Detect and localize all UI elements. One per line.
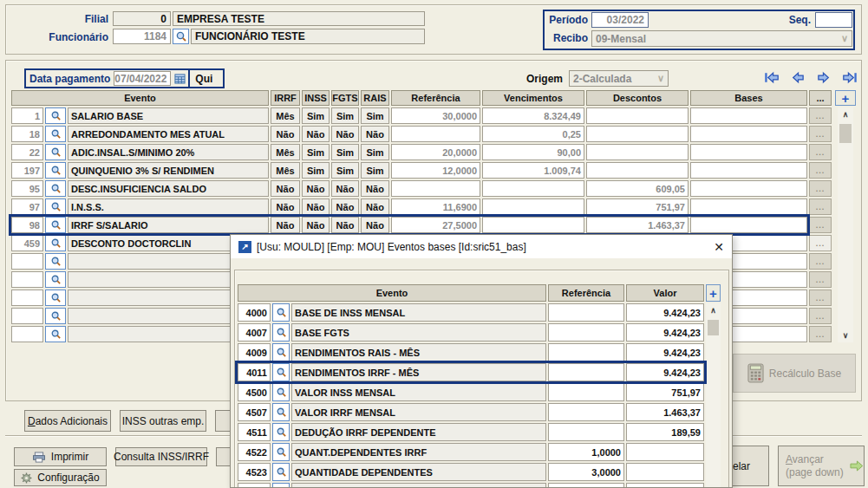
row-options-button[interactable]: ... — [809, 290, 832, 306]
event-lookup-button[interactable] — [272, 383, 290, 401]
calendar-button[interactable] — [171, 73, 188, 84]
row-options-button[interactable]: ... — [809, 107, 832, 124]
consulta-inss-irrf-button[interactable]: Consulta INSS/IRRF — [115, 447, 207, 466]
row-options-button[interactable]: ... — [809, 235, 832, 251]
row-options-button[interactable]: ... — [809, 271, 832, 288]
row-options-button[interactable]: ... — [809, 217, 832, 233]
event-lookup-button[interactable] — [272, 303, 290, 322]
configuracao-button[interactable]: Configuração — [14, 469, 107, 486]
event-lookup-button[interactable] — [272, 363, 290, 381]
funcionario-label: Funcionário — [26, 31, 108, 43]
row-options-button[interactable]: ... — [809, 126, 832, 142]
event-lookup-button[interactable] — [45, 235, 66, 251]
printer-icon — [32, 452, 46, 463]
filial-code-field[interactable]: 0 — [113, 11, 171, 26]
row-options-button[interactable]: ... — [809, 326, 832, 342]
nav-last-button[interactable] — [842, 71, 858, 84]
event-code-cell: 97 — [11, 198, 43, 215]
scroll-up-button[interactable]: ∧ — [838, 107, 853, 121]
event-lookup-button[interactable] — [45, 217, 66, 233]
scrollbar-thumb[interactable] — [708, 320, 719, 335]
event-code-cell: 4009 — [238, 343, 271, 361]
close-icon[interactable]: ✕ — [714, 240, 724, 254]
event-code-cell: 18 — [11, 126, 43, 142]
event-lookup-button[interactable] — [45, 290, 66, 306]
fgts-flag-cell: Não — [331, 180, 359, 197]
scroll-up-button[interactable]: ∧ — [706, 303, 721, 317]
event-lookup-button[interactable] — [45, 144, 66, 160]
event-code-cell — [11, 253, 43, 270]
valor-cell: 1.463,37 — [626, 403, 704, 421]
event-lookup-button[interactable] — [45, 198, 66, 215]
referencia-cell — [548, 403, 624, 421]
dados-adicionais-button[interactable]: Dados Adicionais — [24, 410, 111, 432]
funcionario-code-field[interactable]: 1184 — [113, 29, 171, 44]
event-grid-scrollbar[interactable]: ∧ ∨ — [838, 107, 853, 342]
event-lookup-button[interactable] — [45, 271, 66, 288]
rais-flag-cell: Sim — [361, 162, 389, 179]
magnifier-icon — [50, 128, 62, 140]
referencia-cell: 1,0000 — [548, 443, 624, 461]
nav-next-button[interactable] — [816, 71, 832, 84]
scrollbar-thumb[interactable] — [839, 124, 852, 143]
event-code-cell — [11, 326, 43, 342]
fgts-flag-cell: Sim — [331, 144, 359, 160]
event-lookup-button[interactable] — [272, 343, 290, 361]
row-options-button[interactable]: ... — [809, 253, 832, 270]
dialog-event-row: 4523QUANTIDADE DEPENDENTES3,0000 — [238, 463, 704, 481]
dialog-event-row: 4539HORAS INSALUBRES90,0000 — [238, 483, 704, 488]
scroll-down-button[interactable]: ∨ — [838, 329, 853, 342]
row-options-button[interactable]: ... — [809, 198, 832, 215]
fgts-flag-cell: Sim — [331, 107, 359, 124]
rais-flag-cell: Não — [361, 217, 389, 233]
event-lookup-button[interactable] — [272, 443, 290, 461]
event-lookup-button[interactable] — [272, 423, 290, 441]
avancar-button[interactable]: Avançar (page down) — [778, 446, 865, 486]
vencimentos-cell: 0,25 — [482, 126, 584, 142]
event-lookup-button[interactable] — [45, 126, 66, 142]
origem-select[interactable]: 2-Calculada ∨ — [569, 70, 669, 87]
seq-field[interactable] — [815, 12, 852, 28]
event-name-cell: BASE DE INSS MENSAL — [291, 303, 546, 322]
event-lookup-button[interactable] — [45, 180, 66, 197]
recibo-select[interactable]: 09-Mensal ∨ — [591, 30, 852, 47]
row-options-button[interactable]: ... — [809, 144, 832, 160]
inss-flag-cell: Não — [302, 126, 330, 142]
funcionario-lookup-button[interactable] — [173, 29, 189, 44]
column-header-referencia: Referência — [391, 90, 480, 106]
event-lookup-button[interactable] — [272, 403, 290, 421]
row-options-button[interactable]: ... — [809, 180, 832, 197]
event-row: 98IRRF S/SALARIONãoNãoNãoNão27,50001.463… — [11, 217, 832, 233]
row-options-button[interactable]: ... — [809, 308, 832, 324]
next-record-icon — [816, 71, 832, 84]
event-lookup-button[interactable] — [45, 107, 66, 124]
event-code-cell: 4539 — [238, 483, 271, 488]
event-lookup-button[interactable] — [272, 483, 290, 488]
irrf-flag-cell: Mês — [271, 107, 300, 124]
event-lookup-button[interactable] — [45, 253, 66, 270]
nav-previous-button[interactable] — [790, 71, 806, 84]
dialog-grid-scrollbar[interactable]: ∧ — [706, 303, 721, 488]
chevron-down-icon: ∨ — [657, 74, 664, 83]
fgts-flag-cell: Não — [331, 198, 359, 215]
dialog-titlebar[interactable]: ↗ [Usu: MOULD] [Emp: MOU] Eventos bases … — [231, 235, 732, 258]
payment-date-field[interactable]: 07/04/2022 — [114, 71, 171, 86]
dados-adicionais-label: Dados Adicionais — [28, 415, 108, 427]
recalculo-base-button[interactable]: Recálculo Base — [733, 354, 856, 393]
avancar-label: Avançar — [786, 453, 844, 466]
periodo-field[interactable]: 03/2022 — [591, 12, 649, 28]
imprimir-button[interactable]: Imprimir — [14, 447, 107, 466]
bases-cell — [690, 198, 807, 215]
add-event-button[interactable]: + — [835, 90, 856, 106]
event-lookup-button[interactable] — [272, 323, 290, 342]
add-event-button[interactable]: + — [706, 284, 721, 302]
inss-outras-emp-button[interactable]: INSS outras emp. — [120, 410, 206, 432]
event-lookup-button[interactable] — [45, 326, 66, 342]
window-icon: ↗ — [238, 241, 251, 253]
event-lookup-button[interactable] — [45, 308, 66, 324]
event-lookup-button[interactable] — [272, 463, 290, 481]
valor-cell: 9.424,23 — [626, 363, 704, 381]
nav-first-button[interactable] — [764, 71, 780, 84]
row-options-button[interactable]: ... — [809, 162, 832, 179]
event-lookup-button[interactable] — [45, 162, 66, 179]
